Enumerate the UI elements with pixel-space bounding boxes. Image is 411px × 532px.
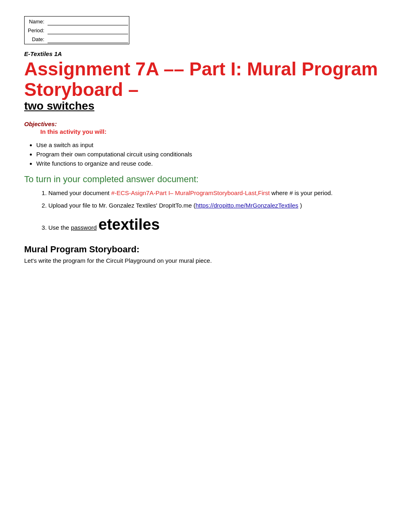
main-title-block: Assignment 7A –– Part I: Mural Program S… [24, 59, 387, 100]
steps-list: Named your document #-ECS-Asign7A-Part I… [48, 189, 387, 236]
date-field[interactable] [48, 35, 128, 43]
step-2: Upload your file to Mr. Gonzalez Textile… [48, 201, 387, 210]
step3-before: Use the [48, 224, 71, 231]
header-form: Name: Period: Date: [24, 16, 387, 50]
main-title: Assignment 7A –– Part I [24, 58, 236, 79]
list-item: Write functions to organize and reuse co… [36, 160, 387, 167]
list-item: Use a switch as input [36, 141, 387, 148]
two-switches: two switches [24, 100, 387, 112]
step-3: Use the password etextiles [48, 213, 387, 236]
step3-password-value: etextiles [98, 216, 160, 233]
step1-before: Named your document [48, 189, 111, 196]
objectives-colon: : [55, 121, 57, 127]
name-label: Name: [25, 17, 47, 25]
step2-after: ) [298, 202, 302, 209]
objectives-section: Objectives: In this activity you will: [24, 121, 387, 135]
in-activity-label: In this activity you will: [40, 128, 387, 135]
step1-after: where # is your period. [270, 189, 332, 196]
date-label: Date: [25, 35, 47, 43]
subtitle: E-Textiles 1A [24, 50, 387, 57]
period-label: Period: [25, 26, 47, 34]
mural-heading: Mural Program Storyboard: [24, 244, 387, 255]
step1-red: #-ECS-Asign7A-Part I– MuralProgramStoryb… [111, 189, 270, 196]
step3-password-label: password [71, 224, 97, 231]
main-title-colon: : [236, 58, 242, 79]
objectives-text: Objectives [24, 121, 55, 127]
step2-before: Upload your file to Mr. Gonzalez Textile… [48, 202, 195, 209]
bullet-list: Use a switch as input Program their own … [36, 141, 387, 167]
step-1: Named your document #-ECS-Asign7A-Part I… [48, 189, 387, 198]
objectives-label: Objectives: [24, 121, 387, 127]
list-item: Program their own computational circuit … [36, 151, 387, 158]
mural-desc: Let's write the program for the Circuit … [24, 257, 387, 264]
dropitto-link[interactable]: https://dropitto.me/MrGonzalezTextiles [195, 202, 298, 209]
period-field[interactable] [48, 26, 128, 34]
turn-in-heading: To turn in your completed answer documen… [24, 174, 387, 185]
name-field[interactable] [48, 17, 128, 25]
